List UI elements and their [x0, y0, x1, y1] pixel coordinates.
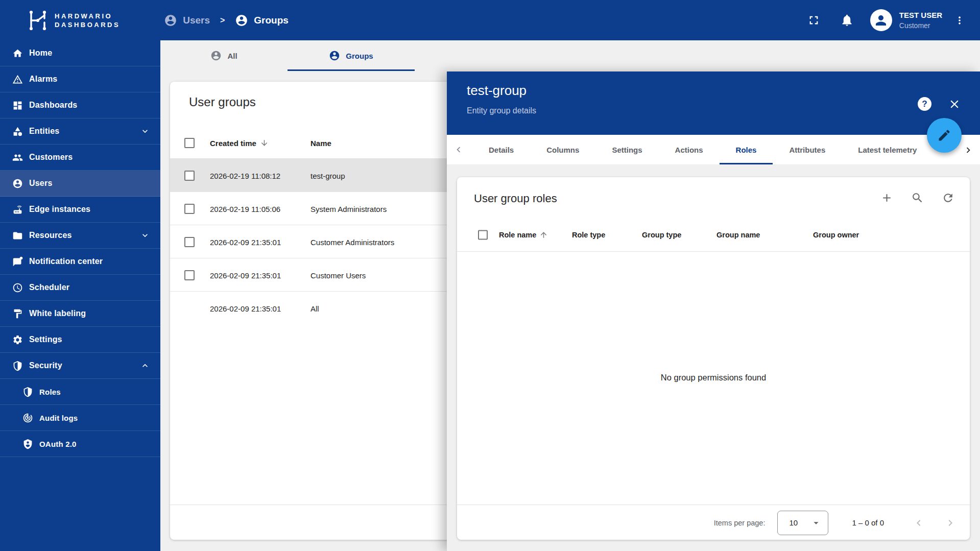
help-icon[interactable]: ? — [918, 97, 931, 111]
column-role-type[interactable]: Role type — [572, 231, 605, 239]
row-checkbox[interactable] — [184, 237, 195, 247]
logo-text: HARDWARIO DASHBOARDS — [55, 12, 120, 29]
sidebar-item-notification-center[interactable]: Notification center — [0, 249, 160, 275]
sidebar-item-audit-logs[interactable]: Audit logs — [0, 405, 160, 431]
roles-card-actions — [880, 191, 954, 204]
panel-subtitle: Entity group details — [467, 106, 536, 115]
row-checkbox[interactable] — [184, 204, 195, 214]
hardwario-logo[interactable]: HARDWARIO DASHBOARDS — [28, 9, 120, 32]
tab-all[interactable]: All — [160, 40, 288, 71]
tab-latest-telemetry[interactable]: Latest telemetry — [842, 135, 933, 164]
breadcrumb-groups-label: Groups — [254, 15, 289, 26]
sidebar-item-dashboards[interactable]: Dashboards — [0, 92, 160, 118]
column-group-name[interactable]: Group name — [716, 231, 760, 239]
column-created-time[interactable]: Created time — [210, 139, 269, 148]
sidebar-item-label: Security — [29, 361, 62, 370]
sidebar-item-settings[interactable]: Settings — [0, 327, 160, 353]
router-icon — [12, 204, 23, 215]
logo-line2: DASHBOARDS — [55, 20, 120, 29]
items-per-page-select[interactable]: 10 — [777, 511, 828, 535]
fullscreen-icon[interactable] — [807, 13, 821, 27]
breadcrumb-users[interactable]: Users — [164, 14, 210, 27]
column-role-type-label: Role type — [572, 231, 605, 239]
chevron-down-icon — [140, 230, 150, 241]
column-group-name-label: Group name — [716, 231, 760, 239]
sidebar-item-home[interactable]: Home — [0, 40, 160, 66]
row-checkbox[interactable] — [184, 171, 195, 181]
tab-details[interactable]: Details — [472, 135, 530, 164]
row-name: Customer Users — [310, 271, 366, 279]
tab-actions[interactable]: Actions — [659, 135, 720, 164]
account-circle-icon — [235, 14, 248, 27]
user-name: TEST USER — [899, 10, 942, 20]
tabs-scroll-right-icon[interactable] — [963, 145, 974, 156]
tab-roles[interactable]: Roles — [720, 135, 773, 164]
tab-groups[interactable]: Groups — [288, 40, 415, 71]
sidebar-item-roles[interactable]: Roles — [0, 379, 160, 405]
breadcrumb-groups[interactable]: Groups — [235, 14, 289, 27]
column-name-label: Name — [310, 139, 331, 148]
user-role: Customer — [899, 20, 942, 31]
header-divider — [457, 251, 970, 252]
column-group-owner-label: Group owner — [813, 231, 859, 239]
sidebar-item-label: Users — [29, 179, 52, 188]
user-avatar[interactable] — [870, 9, 892, 31]
sidebar-item-label: Customers — [29, 153, 73, 162]
sidebar-item-entities[interactable]: Entities — [0, 118, 160, 145]
sidebar-item-alarms[interactable]: Alarms — [0, 66, 160, 92]
row-checkbox[interactable] — [184, 270, 195, 280]
row-created-time: 2026-02-09 21:35:01 — [210, 304, 281, 313]
sidebar-item-label: OAuth 2.0 — [39, 440, 77, 448]
column-name[interactable]: Name — [310, 139, 331, 148]
page-range-text: 1 – 0 of 0 — [852, 518, 884, 527]
previous-page-icon[interactable] — [913, 517, 925, 529]
sidebar-item-scheduler[interactable]: Scheduler — [0, 275, 160, 301]
select-all-checkbox[interactable] — [478, 230, 488, 239]
column-role-name[interactable]: Role name — [499, 230, 548, 239]
sidebar-item-label: Notification center — [29, 257, 103, 266]
sidebar-item-customers[interactable]: Customers — [0, 145, 160, 171]
breadcrumb-separator: > — [220, 16, 225, 25]
shield-person-icon — [22, 439, 33, 449]
refresh-icon[interactable] — [942, 191, 954, 204]
row-created-time: 2026-02-09 21:35:01 — [210, 237, 281, 246]
close-icon[interactable] — [948, 98, 961, 111]
track-changes-icon — [22, 413, 33, 423]
warning-icon — [12, 74, 23, 85]
more-vert-icon[interactable] — [954, 14, 965, 27]
logo-line1: HARDWARIO — [55, 12, 120, 20]
tab-columns[interactable]: Columns — [530, 135, 595, 164]
user-block[interactable]: TEST USER Customer — [899, 10, 942, 31]
gear-icon — [12, 334, 23, 345]
sidebar-item-label: White labeling — [29, 309, 86, 318]
sidebar-item-security[interactable]: Security — [0, 353, 160, 379]
items-per-page-label: Items per page: — [714, 519, 766, 527]
tabs-scroll-left-icon[interactable] — [453, 144, 464, 155]
breadcrumb: Users > Groups — [164, 14, 289, 27]
tab-settings[interactable]: Settings — [595, 135, 658, 164]
row-created-time: 2026-02-19 11:08:12 — [210, 171, 280, 180]
next-page-icon[interactable] — [944, 517, 957, 529]
notifications-bell-icon[interactable] — [840, 13, 854, 27]
sidebar-item-white-labeling[interactable]: White labeling — [0, 301, 160, 327]
sidebar-item-oauth[interactable]: OAuth 2.0 — [0, 431, 160, 457]
tab-attributes[interactable]: Attributes — [773, 135, 842, 164]
add-icon[interactable] — [880, 191, 893, 204]
column-group-owner[interactable]: Group owner — [813, 231, 859, 239]
search-icon[interactable] — [911, 191, 924, 204]
folder-icon — [12, 230, 23, 241]
row-name: test-group — [310, 171, 345, 180]
shield-icon — [12, 361, 23, 371]
sidebar-item-users[interactable]: Users — [0, 171, 160, 197]
sidebar-item-resources[interactable]: Resources — [0, 223, 160, 249]
column-group-type-label: Group type — [642, 231, 681, 239]
account-circle-icon — [12, 178, 23, 189]
edit-fab-button[interactable] — [927, 118, 962, 153]
chevron-up-icon — [140, 361, 150, 371]
sidebar-item-edge-instances[interactable]: Edge instances — [0, 197, 160, 223]
select-all-checkbox[interactable] — [184, 138, 195, 148]
screen: HARDWARIO DASHBOARDS Users > Groups TEST… — [0, 0, 980, 551]
column-group-type[interactable]: Group type — [642, 231, 681, 239]
pencil-icon — [937, 128, 951, 142]
row-name: System Administrators — [310, 204, 387, 213]
